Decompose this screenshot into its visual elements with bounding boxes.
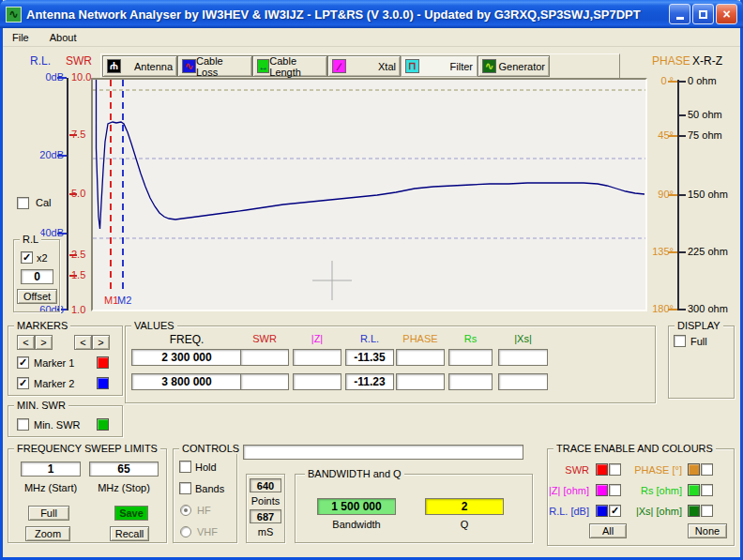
sweep-start-label: MHz (Start): [13, 482, 88, 493]
marker2-freq-value: 3 800 000: [161, 375, 211, 388]
trace-rl-label: R.L. [dB]: [535, 506, 589, 517]
trace-rl-checkbox[interactable]: ✓: [609, 505, 621, 517]
min-swr-color-swatch[interactable]: [97, 418, 109, 431]
sweep-start-input[interactable]: 1: [21, 462, 81, 477]
values-header-rl: R.L.: [345, 333, 394, 344]
ms-field: 687: [250, 509, 281, 523]
maximize-icon: [699, 10, 707, 19]
values-header-z: |Z|: [293, 333, 341, 344]
trace-phase-checkbox[interactable]: [701, 463, 713, 476]
check-icon: ✓: [23, 251, 31, 264]
toolbar: Ψ Antenna ∿ Cable Loss ↔ Cable Length ∕ …: [100, 53, 620, 79]
ms-label: mS: [246, 526, 285, 537]
window-title: Antenna Network Analyser by IW3HEV & IW3…: [26, 8, 641, 22]
marker2-next-button[interactable]: >: [92, 335, 110, 350]
right-arrow-icon: >: [40, 337, 46, 348]
marker2-rl-field: -11.23: [345, 373, 394, 390]
marker1-freq-value: 2 300 000: [161, 351, 211, 364]
marker2-color-swatch[interactable]: [97, 377, 109, 389]
marker1-next-button[interactable]: >: [35, 335, 53, 350]
trace-rs-swatch[interactable]: [688, 484, 700, 496]
swr-tick-label: 1.5: [71, 269, 85, 280]
minimize-button[interactable]: [669, 4, 690, 24]
sweep-recall-button[interactable]: Recall: [110, 526, 149, 541]
toolbar-button-generator[interactable]: ∿ Generator: [478, 55, 550, 77]
hold-checkbox[interactable]: [179, 461, 191, 473]
trace-all-button[interactable]: All: [589, 523, 627, 538]
rl-offset-input[interactable]: 0: [21, 269, 53, 284]
marker2-freq-field[interactable]: 3 800 000: [131, 373, 242, 390]
rl-x2-checkbox[interactable]: ✓: [21, 251, 33, 264]
values-header-xs: |Xs|: [498, 333, 548, 344]
min-swr-label: Min. SWR: [34, 419, 81, 431]
marker2-prev-button[interactable]: <: [74, 335, 92, 350]
ohm-tick-label: 0 ohm: [688, 75, 717, 86]
trace-swr-label: SWR: [540, 464, 589, 476]
toolbar-button-antenna[interactable]: Ψ Antenna: [102, 55, 177, 77]
bandwidth-field: 1 500 000: [317, 498, 396, 515]
values-group-title: VALUES: [131, 320, 177, 331]
command-input[interactable]: [243, 445, 523, 460]
window-controls: ×: [669, 4, 737, 24]
rl-offset-value: 0: [34, 270, 40, 283]
ohm-tick: [679, 194, 686, 196]
close-button[interactable]: ×: [716, 4, 737, 24]
sweep-start-value: 1: [48, 462, 54, 476]
ms-value: 687: [257, 511, 274, 522]
ohm-tick: [679, 251, 686, 253]
vhf-radio[interactable]: [180, 526, 191, 537]
chart-area[interactable]: M1 M2: [91, 78, 647, 311]
toolbar-button-cable-length[interactable]: ↔ Cable Length: [252, 55, 327, 77]
sweep-full-button[interactable]: Full: [28, 506, 69, 521]
trace-phase-label: PHASE [°]: [621, 464, 682, 476]
cal-checkbox[interactable]: [17, 197, 29, 209]
sweep-save-button[interactable]: Save: [114, 506, 148, 521]
sweep-full-label: Full: [40, 507, 57, 519]
trace-swr-checkbox[interactable]: [609, 463, 621, 476]
toolbar-button-filter[interactable]: ⊓ Filter: [401, 55, 478, 77]
min-swr-checkbox[interactable]: [17, 418, 29, 431]
marker1-prev-button[interactable]: <: [17, 335, 35, 350]
swr-tick-label: 1.0: [71, 304, 85, 315]
trace-none-button[interactable]: None: [688, 523, 727, 538]
ohm-tick: [679, 135, 686, 137]
sweep-zoom-button[interactable]: Zoom: [25, 526, 70, 541]
trace-rs-checkbox[interactable]: [701, 484, 713, 496]
trace-z-swatch[interactable]: [596, 484, 608, 496]
toolbar-label-cable-loss: Cable Loss: [196, 55, 248, 78]
trace-xs-label: |Xs| [ohm]: [621, 506, 682, 517]
marker1-color-swatch[interactable]: [97, 356, 109, 369]
points-field: 640: [250, 478, 281, 492]
rl-offset-button[interactable]: Offset: [17, 289, 57, 304]
trace-z-checkbox[interactable]: [609, 484, 621, 496]
trace-xs-swatch[interactable]: [688, 505, 700, 517]
check-icon: ✓: [611, 505, 619, 517]
marker1-freq-field[interactable]: 2 300 000: [131, 349, 242, 366]
title-bar[interactable]: ∿ Antenna Network Analyser by IW3HEV & I…: [0, 0, 743, 28]
marker1-swr-field: [240, 349, 289, 366]
cable-loss-icon: ∿: [182, 59, 196, 73]
trace-group-title: TRACE ENABLE AND COLOURS: [553, 443, 716, 454]
minimize-icon: [676, 17, 684, 20]
trace-rl-swatch[interactable]: [596, 505, 608, 517]
hf-radio[interactable]: [180, 505, 191, 516]
bands-checkbox[interactable]: [179, 482, 191, 494]
trace-xs-checkbox[interactable]: [701, 505, 713, 517]
ohm-tick-label: 150 ohm: [688, 189, 728, 200]
trace-swr-swatch[interactable]: [596, 463, 608, 476]
trace-phase-swatch[interactable]: [688, 463, 700, 476]
marker1-checkbox[interactable]: ✓: [17, 356, 29, 369]
generator-icon: ∿: [482, 59, 496, 73]
swr-axis-title: SWR: [66, 54, 92, 68]
q-field: 2: [425, 498, 504, 515]
rl-group-title: R.L: [20, 234, 41, 245]
menu-file[interactable]: File: [10, 31, 31, 44]
ohm-tick: [679, 81, 686, 83]
maximize-button[interactable]: [692, 4, 714, 24]
menu-about[interactable]: About: [48, 31, 79, 44]
toolbar-button-xtal[interactable]: ∕ Xtal: [327, 55, 401, 77]
sweep-stop-input[interactable]: 65: [89, 462, 159, 477]
toolbar-button-cable-loss[interactable]: ∿ Cable Loss: [177, 55, 252, 77]
marker2-checkbox[interactable]: ✓: [17, 377, 29, 389]
display-full-checkbox[interactable]: [674, 335, 686, 347]
